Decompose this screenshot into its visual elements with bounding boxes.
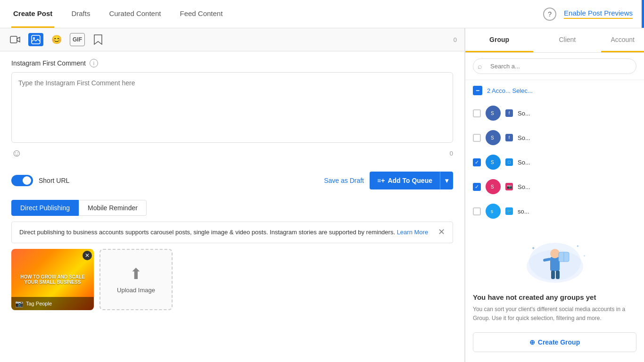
svg-marker-1: [17, 37, 20, 42]
svg-text:S: S: [491, 135, 494, 140]
group-illustration: ✦ ✦ ✦: [473, 231, 636, 288]
deselect-icon[interactable]: −: [473, 86, 482, 95]
social-badge-4: 📷: [505, 183, 513, 190]
account-avatar-5: s: [486, 204, 501, 219]
emoji-icon[interactable]: 😊: [49, 33, 64, 46]
account-avatar-3: S: [486, 155, 501, 170]
group-empty-illustration: ✦ ✦ ✦: [517, 231, 593, 288]
tab-group[interactable]: Group: [465, 28, 533, 52]
short-url-label: Short URL: [39, 177, 69, 184]
image-icon[interactable]: [28, 33, 43, 46]
search-icon: ⌕: [478, 62, 482, 71]
first-comment-section: Instagram First Comment i ☺ 0: [0, 51, 464, 167]
tab-drafts[interactable]: Drafts: [69, 0, 92, 28]
create-group-button[interactable]: ⊕ Create Group: [473, 332, 636, 352]
accounts-header[interactable]: − 2 Acco... Selec...: [465, 80, 644, 101]
social-badge-1: f: [505, 109, 513, 117]
textarea-footer: ☺ 0: [11, 144, 453, 159]
video-icon[interactable]: [8, 33, 23, 46]
svg-text:✦: ✦: [583, 255, 586, 257]
account-checkbox-5[interactable]: [473, 207, 481, 215]
toolbar-row: 😊 GIF 0: [0, 28, 464, 51]
remove-image-button[interactable]: ✕: [83, 251, 92, 260]
publishing-tabs: Direct Publishing Mobile Reminder: [0, 194, 464, 216]
main-layout: 😊 GIF 0 Instagram First Comment i ☺ 0: [0, 28, 644, 362]
account-checkbox-1[interactable]: [473, 109, 481, 117]
svg-point-18: [550, 249, 560, 258]
bookmark-icon[interactable]: [91, 33, 106, 46]
svg-rect-21: [551, 271, 555, 279]
account-item-2[interactable]: S f So...: [465, 125, 644, 150]
account-item-4[interactable]: S 📷 So...: [465, 174, 644, 199]
tab-curated-content[interactable]: Curated Content: [107, 0, 163, 28]
group-empty-desc: You can sort your client's different soc…: [473, 305, 636, 323]
account-name-4: So...: [518, 183, 636, 190]
account-item-3[interactable]: S □ So...: [465, 150, 644, 174]
close-banner-button[interactable]: ✕: [438, 228, 445, 236]
svg-point-3: [33, 37, 35, 39]
account-avatar-1: S: [486, 106, 501, 121]
account-checkbox-3[interactable]: [473, 158, 481, 166]
short-url-toggle[interactable]: [11, 175, 33, 186]
svg-text:✦: ✦: [531, 246, 535, 251]
upload-image-box[interactable]: ⬆ Upload Image: [99, 249, 173, 310]
nav-tabs: Create Post Drafts Curated Content Feed …: [11, 0, 224, 28]
tab-create-post[interactable]: Create Post: [11, 0, 54, 28]
add-to-queue-button[interactable]: ≡+ Add To Queue ▾: [370, 172, 453, 189]
account-checkbox-2[interactable]: [473, 134, 481, 142]
nav-right: ? Enable Post Previews: [543, 8, 633, 21]
tag-people-label[interactable]: Tag People: [26, 301, 52, 306]
info-icon[interactable]: i: [90, 59, 98, 67]
help-button[interactable]: ?: [543, 8, 556, 21]
accounts-selected-label: 2 Acco... Selec...: [487, 87, 533, 94]
search-input[interactable]: [473, 58, 636, 74]
upload-image-label: Upload Image: [117, 287, 155, 294]
account-name-5: so...: [518, 208, 636, 215]
account-name-2: So...: [518, 134, 636, 141]
social-badge-5: 🐦: [505, 207, 513, 215]
svg-text:S: S: [491, 111, 494, 116]
url-row: Short URL Save as Draft ≡+ Add To Queue …: [0, 167, 464, 194]
upload-cloud-icon: ⬆: [130, 265, 142, 283]
enable-previews-link[interactable]: Enable Post Previews: [564, 9, 633, 19]
tab-feed-content[interactable]: Feed Content: [178, 0, 224, 28]
svg-text:S: S: [491, 184, 494, 189]
account-tabs: Group Client Account: [465, 28, 644, 53]
social-badge-3: □: [505, 158, 513, 166]
top-nav: Create Post Drafts Curated Content Feed …: [0, 0, 644, 28]
account-avatar-4: S: [486, 179, 501, 194]
learn-more-link[interactable]: Learn More: [397, 229, 428, 236]
info-banner-text: Direct publishing to business accounts s…: [19, 228, 432, 237]
account-name-1: So...: [518, 110, 636, 117]
svg-text:s: s: [491, 209, 493, 214]
svg-text:✦: ✦: [576, 244, 579, 248]
emoji-picker-button[interactable]: ☺: [11, 147, 22, 159]
instagram-overlay-icon: 📷: [15, 300, 23, 307]
uploaded-image[interactable]: HOW TO GROW AND SCALE YOUR SMALL BUSINES…: [11, 249, 94, 310]
account-checkbox-4[interactable]: [473, 183, 481, 191]
svg-rect-17: [550, 257, 560, 271]
tab-direct-publishing[interactable]: Direct Publishing: [11, 200, 79, 216]
create-group-icon: ⊕: [529, 338, 535, 346]
nav-right-accent: [642, 0, 644, 28]
comment-char-count: 0: [450, 150, 453, 157]
add-queue-chevron[interactable]: ▾: [440, 172, 453, 189]
add-queue-main[interactable]: ≡+ Add To Queue: [370, 172, 440, 189]
gif-icon[interactable]: GIF: [70, 33, 85, 46]
account-item-1[interactable]: S f So...: [465, 101, 644, 125]
svg-text:S: S: [491, 160, 494, 165]
search-row: ⌕: [465, 53, 644, 80]
right-panel: Group Client Account ⌕ − 2 Acco... Selec…: [465, 28, 644, 362]
actions-right: Save as Draft ≡+ Add To Queue ▾: [324, 172, 453, 189]
tab-account[interactable]: Account: [601, 28, 644, 52]
tab-mobile-reminder[interactable]: Mobile Reminder: [79, 200, 147, 216]
left-panel: 😊 GIF 0 Instagram First Comment i ☺ 0: [0, 28, 465, 362]
image-overlay: 📷 Tag People: [11, 297, 94, 310]
save-draft-button[interactable]: Save as Draft: [324, 177, 364, 184]
first-comment-input[interactable]: [11, 72, 453, 143]
create-group-label: Create Group: [538, 338, 580, 346]
tab-client[interactable]: Client: [533, 28, 601, 52]
svg-marker-4: [94, 35, 102, 44]
first-comment-label: Instagram First Comment i: [11, 59, 453, 67]
account-item-5[interactable]: s 🐦 so...: [465, 199, 644, 223]
